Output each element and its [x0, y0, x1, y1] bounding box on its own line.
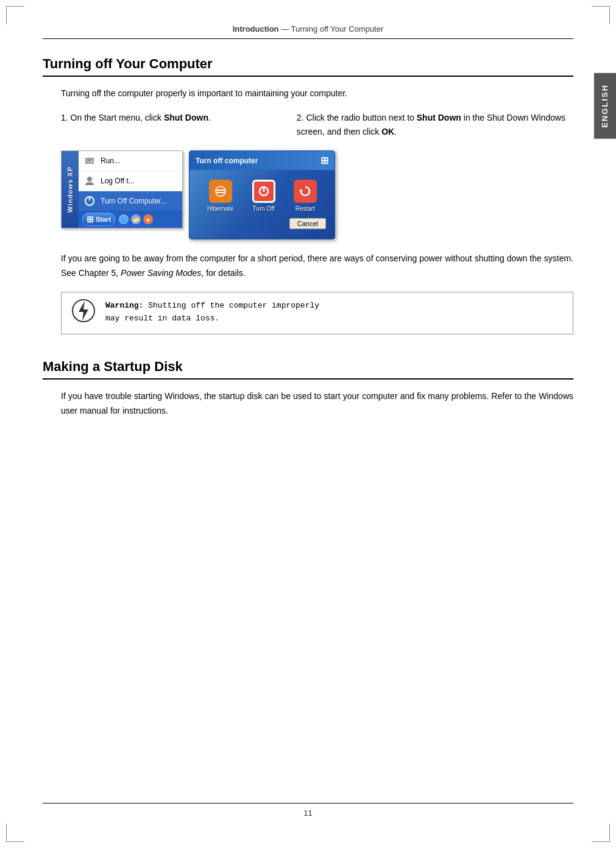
section-startup-disk: Making a Startup Disk If you have troubl…	[43, 359, 573, 419]
hibernate-icon	[209, 180, 232, 203]
turnoff-dialog-screenshot: Turn off computer ⊞	[189, 150, 335, 239]
screenshots-container: Windows XP	[61, 150, 573, 239]
corner-mark-br	[592, 824, 610, 842]
corner-mark-bl	[6, 824, 24, 842]
corner-mark-tr	[592, 6, 610, 24]
run-icon	[83, 155, 96, 167]
cancel-button[interactable]: Cancel	[289, 218, 326, 229]
warning-box: Warning: Shutting off the computer impro…	[61, 292, 573, 334]
step2: 2. Click the radio button next to Shut D…	[297, 111, 573, 138]
cancel-row: Cancel	[198, 218, 326, 229]
italic-text: Power Saving Modes	[121, 268, 201, 278]
windows-flag-icon: ⊞	[320, 155, 328, 166]
step1-end: .	[208, 113, 211, 122]
menu-item-turnoff-label: Turn Off Computer...	[101, 197, 167, 205]
page-number: 11	[303, 808, 312, 818]
start-menu-sidebar: Windows XP	[62, 151, 79, 228]
start-button[interactable]: ⊞ Start	[82, 213, 115, 226]
header-rest: — Turning off Your Computer	[279, 24, 384, 34]
start-menu-items: Run... Log Off t...	[79, 151, 182, 211]
page-header: Introduction — Turning off Your Computer	[43, 24, 573, 39]
turnoff-power-icon	[252, 180, 275, 203]
section1-title: Turning off Your Computer	[43, 56, 573, 77]
section2-para: If you have trouble starting Windows, th…	[61, 389, 573, 419]
svg-rect-8	[216, 192, 225, 193]
windows-logo-icon: ⊞	[87, 214, 94, 224]
menu-item-turnoff: Turn Off Computer...	[79, 191, 182, 211]
section-turning-off: Turning off Your Computer Turning off th…	[43, 56, 573, 334]
warning-icon-wrap	[70, 300, 97, 327]
section1-intro: Turning off the computer properly is imp…	[61, 87, 573, 100]
svg-point-9	[216, 186, 225, 196]
turnoff-option: Turn Off	[252, 180, 275, 212]
taskbar-icons: 🌐 📁 ●	[119, 214, 153, 224]
section2-title: Making a Startup Disk	[43, 359, 573, 380]
step2-text: Click the radio button next to	[306, 113, 416, 122]
start-label: Start	[96, 216, 111, 223]
language-tab-label: ENGLISH	[600, 84, 609, 128]
turnoff-title: Turn off computer	[196, 157, 258, 165]
page-footer: 11	[43, 803, 573, 818]
header-bold: Introduction	[233, 24, 279, 34]
step1: 1. On the Start menu, click Shut Down.	[61, 111, 297, 138]
turnoff-body: Hibernate Turn Off	[189, 170, 335, 239]
warning-label: Warning:	[105, 301, 143, 310]
restart-label: Restart	[296, 205, 315, 212]
start-menu-screenshot: Windows XP	[61, 150, 183, 228]
restart-icon	[294, 180, 317, 203]
section1-para2: If you are going to be away from the com…	[61, 252, 573, 281]
step2-number: 2.	[297, 113, 304, 122]
taskbar-icon-1: 🌐	[119, 214, 129, 224]
turnoff-options: Hibernate Turn Off	[198, 180, 326, 212]
section1-body: Turning off the computer properly is imp…	[61, 87, 573, 334]
corner-mark-tl	[6, 6, 24, 24]
logoff-icon	[83, 175, 96, 187]
step2-bold1: Shut Down	[417, 113, 461, 122]
svg-rect-6	[89, 197, 90, 200]
step2-bold2: OK	[381, 127, 394, 136]
steps-container: 1. On the Start menu, click Shut Down. 2…	[61, 111, 573, 138]
lightning-icon	[71, 297, 96, 329]
section2-body: If you have trouble starting Windows, th…	[61, 389, 573, 419]
language-tab: ENGLISH	[594, 73, 616, 139]
menu-item-logoff-label: Log Off t...	[101, 177, 135, 185]
step2-end: .	[394, 127, 397, 136]
svg-rect-11	[263, 186, 264, 192]
warning-text: Warning: Shutting off the computer impro…	[105, 300, 319, 325]
turnoff-icon	[83, 195, 96, 207]
svg-rect-7	[216, 189, 225, 191]
hibernate-label: Hibernate	[207, 205, 233, 212]
turnoff-titlebar: Turn off computer ⊞	[189, 151, 335, 170]
turnoff-label: Turn Off	[253, 205, 275, 212]
step1-text: On the Start menu, click	[71, 113, 164, 122]
svg-rect-3	[87, 161, 91, 161]
taskbar-icon-3: ●	[143, 214, 153, 224]
svg-rect-2	[87, 160, 92, 160]
step1-bold: Shut Down	[164, 113, 208, 122]
restart-option: Restart	[294, 180, 317, 212]
menu-item-run-label: Run...	[101, 157, 120, 165]
hibernate-option: Hibernate	[207, 180, 233, 212]
windows-xp-label: Windows XP	[66, 166, 74, 213]
step1-number: 1.	[61, 113, 68, 122]
taskbar-icon-2: 📁	[131, 214, 141, 224]
taskbar: ⊞ Start 🌐 📁 ●	[79, 211, 182, 228]
svg-marker-14	[79, 301, 88, 320]
svg-marker-12	[299, 189, 303, 191]
svg-point-4	[87, 177, 92, 182]
menu-item-logoff: Log Off t...	[79, 171, 182, 191]
menu-item-run: Run...	[79, 151, 182, 171]
